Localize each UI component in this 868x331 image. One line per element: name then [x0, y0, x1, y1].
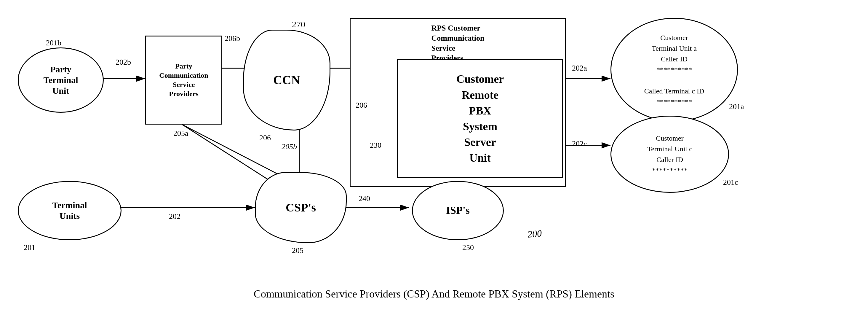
label-201b: 201b — [46, 38, 61, 48]
label-202: 202 — [169, 212, 181, 221]
terminal-units: Terminal Units — [18, 181, 122, 240]
label-205b: 205b — [282, 142, 297, 151]
label-250: 250 — [462, 243, 474, 252]
csps-cloud: CSP's — [255, 172, 347, 243]
customer-terminal-c: Customer Terminal Unit c Caller ID *****… — [611, 116, 729, 193]
label-270: 270 — [292, 19, 305, 29]
party-terminal-unit: Party Terminal Unit — [18, 48, 104, 113]
label-202a: 202a — [572, 64, 587, 73]
label-230: 230 — [370, 141, 381, 150]
label-201: 201 — [24, 243, 35, 252]
label-201a: 201a — [729, 102, 744, 111]
label-206: 206 — [259, 133, 271, 142]
label-206b: 206b — [225, 34, 240, 43]
isps-ellipse: ISP's — [412, 181, 504, 240]
label-240: 240 — [359, 194, 370, 203]
label-206c: 206 — [355, 101, 367, 110]
label-202b: 202b — [116, 58, 131, 67]
label-205: 205 — [292, 246, 304, 255]
label-200: 200 — [527, 228, 542, 240]
diagram-container: Party Terminal Unit 201b Party Communica… — [0, 0, 868, 282]
customer-terminal-a: Customer Terminal Unit a Caller ID *****… — [611, 18, 738, 122]
label-205a: 205a — [173, 129, 188, 138]
customer-remote-pbx-rect: Customer Remote PBX System Server Unit — [397, 59, 563, 178]
diagram-caption: Communication Service Providers (CSP) An… — [0, 282, 868, 303]
ccn-cloud: CCN — [243, 30, 331, 130]
party-comm-service-rect: Party Communication Service Providers — [145, 36, 222, 125]
label-201c: 201c — [723, 178, 738, 187]
label-202c: 202c — [572, 140, 587, 148]
